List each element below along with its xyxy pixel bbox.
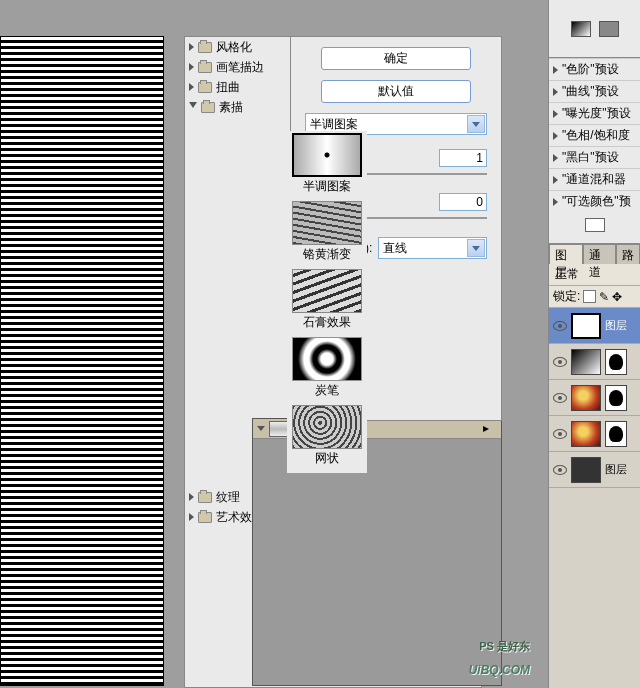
triangle-right-icon (553, 66, 558, 74)
filter-thumb-charcoal[interactable]: 炭笔 (291, 337, 363, 403)
layer-row-selected[interactable]: 图层 (549, 308, 640, 344)
layer-name: 图层 (605, 318, 627, 333)
category-distort[interactable]: 扭曲 (185, 77, 287, 97)
thumbnail-label: 网状 (291, 449, 363, 471)
preset-footer (549, 212, 640, 238)
move-lock-icon[interactable]: ✥ (612, 290, 622, 304)
filter-thumb-reticulation[interactable]: 网状 (291, 405, 363, 471)
preset-selective-color[interactable]: "可选颜色"预 (549, 190, 640, 212)
lock-label: 锁定: (553, 288, 580, 305)
layer-thumbnail (571, 313, 601, 339)
thumbnail-image (292, 405, 362, 449)
brush-lock-icon[interactable]: ✎ (599, 290, 609, 304)
layer-mask-thumbnail (605, 385, 627, 411)
chevron-down-icon (467, 239, 485, 257)
size-input[interactable] (439, 149, 487, 167)
watermark: PS 是好东 UiBQ.COM (469, 639, 530, 680)
layer-row[interactable]: 图层 (549, 452, 640, 488)
preset-levels[interactable]: "色阶"预设 (549, 58, 640, 80)
preset-label: "黑白"预设 (562, 149, 619, 166)
preset-hue-sat[interactable]: "色相/饱和度 (549, 124, 640, 146)
preset-label: "可选颜色"预 (562, 193, 631, 210)
tab-layers[interactable]: 图层 (549, 244, 583, 264)
ok-button[interactable]: 确定 (321, 47, 471, 70)
panel-corner-icon[interactable] (585, 218, 605, 232)
preset-label: "色相/饱和度 (562, 127, 630, 144)
dropdown-value: 半调图案 (310, 116, 358, 133)
contrast-input[interactable] (439, 193, 487, 211)
visibility-eye-icon[interactable] (553, 465, 567, 475)
preset-label: "曝光度"预设 (562, 105, 631, 122)
layer-name: 图层 (605, 462, 627, 477)
triangle-down-icon (257, 426, 265, 431)
panel-menu-icon[interactable]: ▸ (483, 421, 497, 435)
watermark-main: UiBQ.COM (469, 663, 530, 677)
tab-channels[interactable]: 通道 (583, 244, 617, 264)
thumbnail-label: 铬黄渐变 (291, 245, 363, 267)
thumbnail-image (292, 337, 362, 381)
layer-thumbnail (571, 421, 601, 447)
gradient-swatch-icon[interactable] (571, 21, 591, 37)
preset-label: "色阶"预设 (562, 61, 619, 78)
layer-row[interactable] (549, 416, 640, 452)
category-label: 扭曲 (216, 79, 240, 96)
triangle-right-icon (553, 110, 558, 118)
preset-exposure[interactable]: "曝光度"预设 (549, 102, 640, 124)
layer-thumbnail (571, 457, 601, 483)
folder-icon (198, 492, 212, 503)
tab-paths[interactable]: 路 (616, 244, 640, 264)
triangle-right-icon (189, 513, 194, 521)
preset-bw[interactable]: "黑白"预设 (549, 146, 640, 168)
triangle-right-icon (189, 83, 194, 91)
thumbnail-label: 半调图案 (291, 177, 363, 199)
folder-icon (198, 82, 212, 93)
lock-row: 锁定: ✎ ✥ (549, 286, 640, 308)
filter-thumb-plaster[interactable]: 石膏效果 (291, 269, 363, 335)
category-label: 纹理 (216, 489, 240, 506)
layer-row[interactable] (549, 344, 640, 380)
folder-icon (201, 102, 215, 113)
top-swatches (548, 0, 640, 58)
lock-transparency-icon[interactable] (583, 290, 596, 303)
triangle-right-icon (553, 132, 558, 140)
triangle-right-icon (189, 63, 194, 71)
layers-panel: 图层 通道 路 正常 锁定: ✎ ✥ 图层 图层 (548, 244, 640, 688)
layer-mask-thumbnail (605, 349, 627, 375)
blend-mode-value: 正常 (555, 266, 579, 283)
preset-channel-mixer[interactable]: "通道混和器 (549, 168, 640, 190)
filter-thumb-chrome[interactable]: 铬黄渐变 (291, 201, 363, 267)
document-canvas[interactable] (0, 36, 164, 686)
triangle-right-icon (553, 198, 558, 206)
category-stylize[interactable]: 风格化 (185, 37, 287, 57)
watermark-sub: PS 是好东 (469, 639, 530, 654)
folder-icon (198, 512, 212, 523)
thumbnail-label: 石膏效果 (291, 313, 363, 335)
category-brush-strokes[interactable]: 画笔描边 (185, 57, 287, 77)
default-button[interactable]: 默认值 (321, 80, 471, 103)
preset-curves[interactable]: "曲线"预设 (549, 80, 640, 102)
folder-icon (198, 42, 212, 53)
filter-thumb-halftone[interactable]: 半调图案 (291, 133, 363, 199)
filter-thumbnail-list: 半调图案 铬黄渐变 石膏效果 炭笔 网状 (287, 131, 367, 473)
dropdown-value: 直线 (383, 240, 407, 257)
pattern-type-dropdown[interactable]: 直线 (378, 237, 487, 259)
triangle-down-icon (189, 102, 197, 112)
solid-swatch-icon[interactable] (599, 21, 619, 37)
layer-thumbnail (571, 349, 601, 375)
triangle-right-icon (553, 88, 558, 96)
layer-row[interactable] (549, 380, 640, 416)
category-sketch[interactable]: 素描 (185, 97, 287, 117)
chevron-down-icon (467, 115, 485, 133)
visibility-eye-icon[interactable] (553, 321, 567, 331)
triangle-right-icon (553, 154, 558, 162)
category-label: 风格化 (216, 39, 252, 56)
visibility-eye-icon[interactable] (553, 393, 567, 403)
category-label: 画笔描边 (216, 59, 264, 76)
thumbnail-image (292, 269, 362, 313)
thumbnail-label: 炭笔 (291, 381, 363, 403)
visibility-eye-icon[interactable] (553, 429, 567, 439)
visibility-eye-icon[interactable] (553, 357, 567, 367)
triangle-right-icon (553, 176, 558, 184)
thumbnail-image (292, 201, 362, 245)
category-label: 素描 (219, 99, 243, 116)
